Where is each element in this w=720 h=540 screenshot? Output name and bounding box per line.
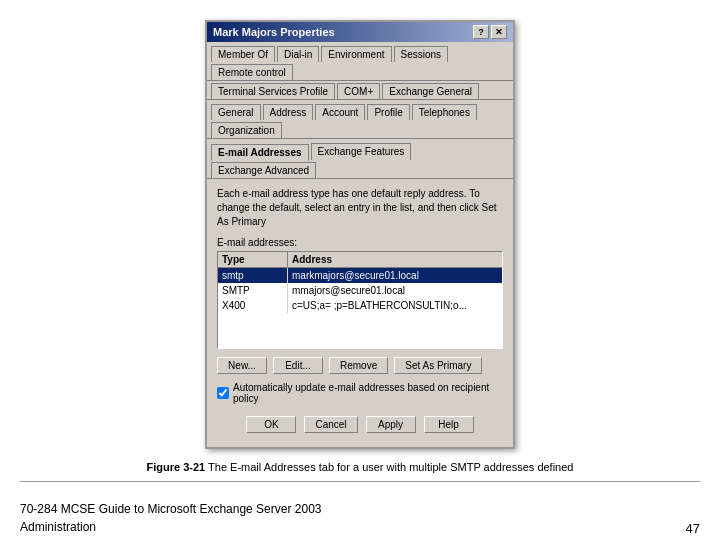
set-primary-button[interactable]: Set As Primary: [394, 357, 482, 374]
tab-organization[interactable]: Organization: [211, 122, 282, 138]
footer-left: 70-284 MCSE Guide to Microsoft Exchange …: [20, 500, 322, 536]
row-type: SMTP: [218, 283, 288, 298]
tab-email-addresses[interactable]: E-mail Addresses: [211, 144, 309, 161]
row-address: c=US;a= ;p=BLATHERCONSULTIN;o...: [288, 298, 502, 313]
figure-caption: Figure 3-21 The E-mail Addresses tab for…: [147, 461, 574, 473]
tab-profile[interactable]: Profile: [367, 104, 409, 120]
tabs-row-4: E-mail Addresses Exchange Features Excha…: [207, 139, 513, 179]
footer: 70-284 MCSE Guide to Microsoft Exchange …: [20, 490, 700, 536]
figure-caption-text: The E-mail Addresses tab for a user with…: [208, 461, 573, 473]
edit-button[interactable]: Edit...: [273, 357, 323, 374]
table-row[interactable]: smtp markmajors@secure01.local: [218, 268, 502, 283]
row-type: smtp: [218, 268, 288, 283]
tab-exchange-advanced[interactable]: Exchange Advanced: [211, 162, 316, 178]
titlebar-buttons: ? ✕: [473, 25, 507, 39]
dialog-title: Mark Majors Properties: [213, 26, 335, 38]
table-row[interactable]: SMTP mmajors@secure01.local: [218, 283, 502, 298]
page-number: 47: [686, 521, 700, 536]
cancel-button[interactable]: Cancel: [304, 416, 357, 433]
page: Mark Majors Properties ? ✕ Member Of Dia…: [0, 0, 720, 540]
address-table-body[interactable]: smtp markmajors@secure01.local SMTP mmaj…: [218, 268, 502, 348]
ok-button[interactable]: OK: [246, 416, 296, 433]
footer-line2: Administration: [20, 518, 322, 536]
divider: [20, 481, 700, 482]
description-text: Each e-mail address type has one default…: [217, 187, 503, 229]
dialog-wrapper: Mark Majors Properties ? ✕ Member Of Dia…: [20, 20, 700, 473]
dialog: Mark Majors Properties ? ✕ Member Of Dia…: [205, 20, 515, 449]
table-row[interactable]: X400 c=US;a= ;p=BLATHERCONSULTIN;o...: [218, 298, 502, 313]
tabs-row-2: Terminal Services Profile COM+ Exchange …: [207, 81, 513, 100]
tab-telephones[interactable]: Telephones: [412, 104, 477, 120]
col-type-header: Type: [218, 252, 288, 267]
tabs-row-3: General Address Account Profile Telephon…: [207, 100, 513, 139]
email-addresses-label: E-mail addresses:: [217, 237, 503, 248]
tab-dial-in[interactable]: Dial-in: [277, 46, 319, 62]
help-titlebar-button[interactable]: ?: [473, 25, 489, 39]
dialog-content: Each e-mail address type has one default…: [207, 179, 513, 447]
table-header: Type Address: [218, 252, 502, 268]
action-buttons-row: New... Edit... Remove Set As Primary: [217, 357, 503, 374]
tab-terminal-services[interactable]: Terminal Services Profile: [211, 83, 335, 99]
row-address: mmajors@secure01.local: [288, 283, 502, 298]
address-table: Type Address smtp markmajors@secure01.lo…: [217, 251, 503, 349]
auto-update-checkbox[interactable]: [217, 387, 229, 399]
tab-account[interactable]: Account: [315, 104, 365, 120]
dialog-titlebar: Mark Majors Properties ? ✕: [207, 22, 513, 42]
checkbox-label: Automatically update e-mail addresses ba…: [233, 382, 503, 404]
footer-line1: 70-284 MCSE Guide to Microsoft Exchange …: [20, 500, 322, 518]
tabs-row-1: Member Of Dial-in Environment Sessions R…: [207, 42, 513, 81]
tab-general[interactable]: General: [211, 104, 261, 120]
col-address-header: Address: [288, 252, 502, 267]
tab-exchange-features[interactable]: Exchange Features: [311, 143, 412, 160]
tab-member-of[interactable]: Member Of: [211, 46, 275, 62]
row-type: X400: [218, 298, 288, 313]
close-titlebar-button[interactable]: ✕: [491, 25, 507, 39]
tab-remote-control[interactable]: Remote control: [211, 64, 293, 80]
figure-label: Figure 3-21: [147, 461, 206, 473]
tab-com[interactable]: COM+: [337, 83, 380, 99]
help-button[interactable]: Help: [424, 416, 474, 433]
tab-environment[interactable]: Environment: [321, 46, 391, 62]
remove-button[interactable]: Remove: [329, 357, 388, 374]
tab-sessions[interactable]: Sessions: [394, 46, 449, 62]
row-address: markmajors@secure01.local: [288, 268, 502, 283]
checkbox-row: Automatically update e-mail addresses ba…: [217, 382, 503, 404]
tab-exchange-general[interactable]: Exchange General: [382, 83, 479, 99]
bottom-buttons: OK Cancel Apply Help: [217, 412, 503, 439]
apply-button[interactable]: Apply: [366, 416, 416, 433]
new-button[interactable]: New...: [217, 357, 267, 374]
tab-address[interactable]: Address: [263, 104, 314, 120]
